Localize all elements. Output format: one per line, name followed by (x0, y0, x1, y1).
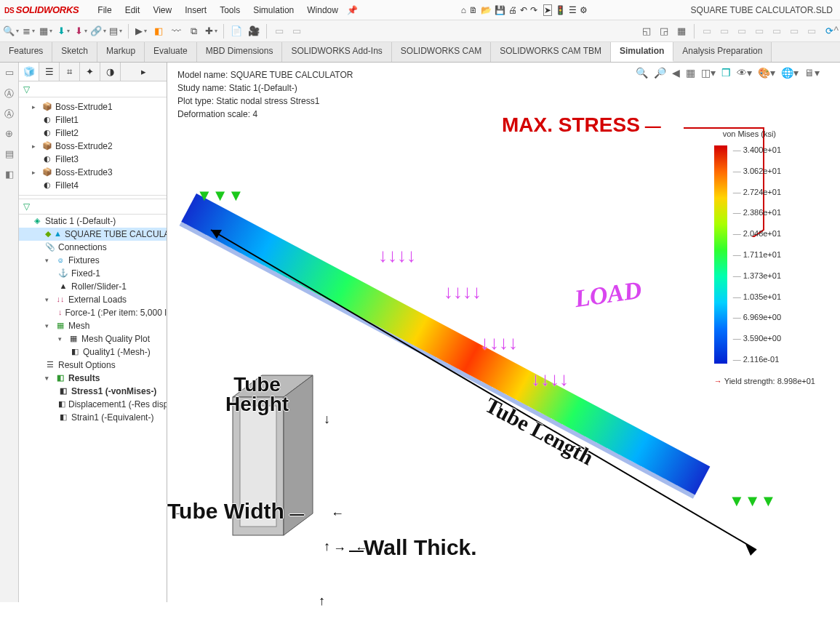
traffic-icon[interactable]: 🚦 (555, 5, 566, 15)
tree-item: ◐Fillet2 (19, 127, 167, 140)
results-icon[interactable]: ◧ (152, 25, 165, 38)
anno-tube-height: TubeHeight (225, 375, 289, 414)
tab-markup[interactable]: Markup (97, 42, 145, 62)
appearance-icon[interactable]: 🎨▾ (758, 67, 775, 79)
side-panel: 🧊 ☰ ⌗ ✦ ◑ ▸ ▽ ▸📦Boss-Extrude1 ◐Fillet1 ◐… (19, 63, 167, 602)
options-icon[interactable]: ☰ (569, 5, 577, 15)
redo-icon[interactable]: ↷ (530, 5, 537, 15)
undo-icon[interactable]: ↶ (520, 5, 527, 15)
zoom-fit-icon[interactable]: 🔍 (636, 67, 648, 79)
deform-icon[interactable]: 〰 (169, 25, 183, 38)
heads-up-toolbar: 🔍 🔎 ◀ ▦ ◫▾ ❒ 👁▾ 🎨▾ 🌐▾ 🖥▾ (636, 67, 820, 79)
tree-connections[interactable]: 📎Connections (19, 241, 167, 254)
tree-fixed[interactable]: ⚓Fixed-1 (19, 267, 167, 280)
view-orient-icon[interactable]: ◫▾ (701, 67, 716, 79)
main-menu: File Edit View Insert Tools Simulation W… (92, 3, 344, 17)
rail-view-icon[interactable]: ▤ (3, 148, 16, 161)
tree-strain[interactable]: ◧Strain1 (-Equivalent-) (19, 411, 167, 424)
iso2-icon[interactable]: ◲ (657, 25, 671, 38)
scene-icon[interactable]: 🌐▾ (781, 67, 799, 79)
run-icon[interactable]: ▶ (135, 25, 148, 38)
tree-disp[interactable]: ◧Displacement1 (-Res disp-) (19, 398, 167, 411)
tree-force[interactable]: ↓Force-1 (:Per item: 5,000 lbf:) (19, 306, 167, 319)
gear-icon[interactable]: ⚙ (580, 5, 588, 15)
section-icon[interactable]: ▦ (686, 67, 695, 79)
rail-sim-icon[interactable]: ◧ (3, 169, 16, 182)
hide-show-icon[interactable]: 👁▾ (737, 67, 752, 79)
iso1-icon[interactable]: ◱ (640, 25, 653, 38)
menu-window[interactable]: Window (301, 3, 344, 17)
study-icon[interactable]: 🔍 (4, 25, 17, 38)
tab-addins[interactable]: SOLIDWORKS Add-Ins (282, 42, 391, 62)
tab-analysis[interactable]: Analysis Preparation (673, 42, 772, 62)
collapse-icon[interactable]: ^ (833, 25, 839, 36)
probe-icon[interactable]: ✚ (204, 25, 217, 38)
rail-part-icon[interactable]: ▭ (3, 67, 16, 80)
home-icon[interactable]: ⌂ (461, 5, 466, 15)
panel-tab-feature[interactable]: 🧊 (19, 63, 39, 81)
tab-sketch[interactable]: Sketch (52, 42, 97, 62)
save-icon[interactable]: 💾 (495, 5, 505, 15)
connect-icon[interactable]: 🔗 (92, 25, 105, 38)
fixture-icon[interactable]: ⬇︎ (57, 25, 70, 38)
tree-mesh[interactable]: ▾▦Mesh (19, 319, 167, 332)
zoom-area-icon[interactable]: 🔎 (654, 67, 666, 79)
tree-mesh-q[interactable]: ◧Quality1 (-Mesh-) (19, 345, 167, 359)
menu-simulation[interactable]: Simulation (247, 3, 300, 17)
menu-file[interactable]: File (92, 3, 117, 17)
tree-results[interactable]: ▾◧Results (19, 372, 167, 385)
menu-insert[interactable]: Insert (179, 3, 212, 17)
new-icon[interactable]: 🗎 (469, 5, 478, 15)
stress-legend: von Mises (ksi) 3.400e+01 3.062e+01 2.72… (714, 129, 815, 385)
tab-evaluate[interactable]: Evaluate (145, 42, 197, 62)
panel-tab-config[interactable]: ☰ (39, 63, 60, 81)
print-icon[interactable]: 🖨 (508, 5, 517, 15)
rail-annot2-icon[interactable]: Ⓐ (3, 108, 16, 121)
tree-roller[interactable]: ▲Roller/Slider-1 (19, 280, 167, 293)
select-icon[interactable]: ➤ (543, 4, 552, 16)
menu-edit[interactable]: Edit (119, 3, 146, 17)
tab-mbd[interactable]: MBD Dimensions (197, 42, 283, 62)
rail-tol-icon[interactable]: ⊕ (3, 128, 16, 141)
tree-item: ◐Fillet3 (19, 153, 167, 166)
compare-icon[interactable]: ⧉ (187, 25, 200, 38)
open-icon[interactable]: 📂 (481, 5, 492, 15)
tab-cam-tbm[interactable]: SOLIDWORKS CAM TBM (491, 42, 611, 62)
tree-filter[interactable]: ▽ (19, 81, 167, 97)
tree-part[interactable]: ◆▲SQUARE TUBE CALCULATOR ( (19, 228, 167, 241)
report-icon[interactable]: 📄 (230, 25, 243, 38)
pin-icon[interactable]: 📌 (347, 5, 358, 15)
command-tabs: Features Sketch Markup Evaluate MBD Dime… (0, 42, 840, 63)
menu-tools[interactable]: Tools (214, 3, 246, 17)
rail-annot-icon[interactable]: Ⓐ (3, 87, 16, 100)
display-style-icon[interactable]: ❒ (721, 67, 731, 79)
tab-cam[interactable]: SOLIDWORKS CAM (392, 42, 491, 62)
menu-view[interactable]: View (147, 3, 177, 17)
tab-features[interactable]: Features (0, 42, 52, 62)
tab-simulation[interactable]: Simulation (611, 42, 673, 62)
panel-tab-more[interactable]: ▸ (121, 63, 167, 81)
gray5-icon: ▭ (770, 25, 783, 38)
load-icon[interactable]: ⬇︎ (74, 25, 87, 38)
panel-tab-prop[interactable]: ⌗ (60, 63, 80, 81)
cam-icon[interactable]: 🎥 (247, 25, 260, 38)
arrow-icon: ↑ (319, 593, 325, 609)
plot-info: Model name: SQUARE TUBE CALCULATOR Study… (177, 68, 353, 121)
sim-filter[interactable]: ▽ (19, 199, 167, 215)
tree-study[interactable]: ◈Static 1 (-Default-) (19, 215, 167, 228)
tree-res-opts[interactable]: ☰Result Options (19, 359, 167, 372)
tree-loads[interactable]: ▾↓↓External Loads (19, 293, 167, 306)
graphics-viewport[interactable]: Model name: SQUARE TUBE CALCULATOR Study… (167, 63, 840, 602)
mesh-icon[interactable]: ▤ (109, 25, 122, 38)
tree-fixtures[interactable]: ▾⌾Fixtures (19, 254, 167, 267)
prev-view-icon[interactable]: ◀ (672, 67, 680, 79)
legend-yield: Yield strength: 8.998e+01 (714, 377, 815, 385)
render-icon[interactable]: 🖥▾ (804, 67, 820, 79)
tree-mesh-plot[interactable]: ▾▦Mesh Quality Plot (19, 332, 167, 345)
panel-tab-app[interactable]: ◑ (100, 63, 121, 81)
shell-icon[interactable]: ▦ (39, 25, 52, 38)
tree-stress[interactable]: ◧Stress1 (-vonMises-) (19, 385, 167, 398)
panel-tab-target[interactable]: ✦ (80, 63, 100, 81)
material-icon[interactable]: ≣ (22, 25, 35, 38)
iso3-icon[interactable]: ▦ (675, 25, 688, 38)
